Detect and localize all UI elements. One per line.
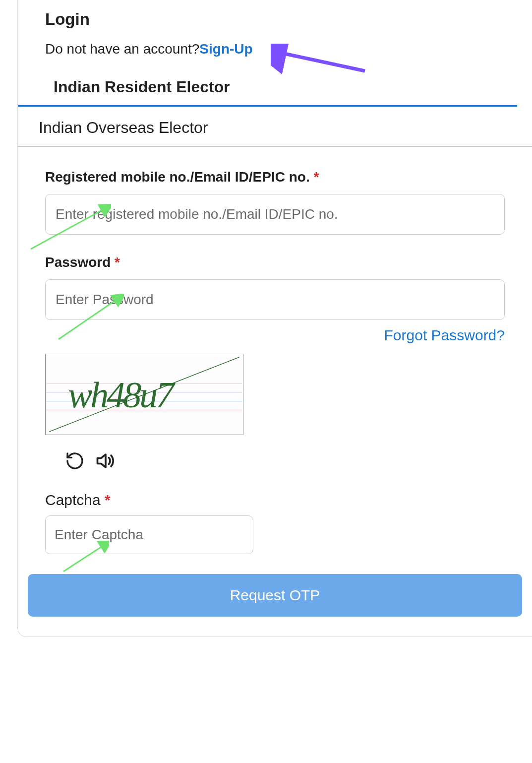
- identifier-label-text: Registered mobile no./Email ID/EPIC no.: [45, 169, 310, 185]
- password-label: Password *: [45, 254, 505, 270]
- identifier-label: Registered mobile no./Email ID/EPIC no. …: [45, 169, 505, 185]
- required-mark: *: [105, 492, 111, 508]
- password-group: Password * Forgot Password?: [45, 254, 505, 344]
- refresh-icon[interactable]: [65, 451, 85, 471]
- captcha-label-text: Captcha: [45, 492, 101, 508]
- captcha-image: wh48u7: [45, 354, 243, 435]
- password-input[interactable]: [45, 279, 505, 320]
- form-section: Registered mobile no./Email ID/EPIC no. …: [18, 147, 532, 554]
- identifier-input[interactable]: [45, 194, 505, 235]
- svg-marker-5: [98, 454, 106, 467]
- speaker-icon[interactable]: [95, 450, 117, 472]
- request-otp-button[interactable]: Request OTP: [28, 574, 522, 617]
- signup-link[interactable]: Sign-Up: [199, 41, 252, 57]
- captcha-group: Captcha *: [45, 492, 505, 554]
- signup-row: Do not have an account?Sign-Up: [18, 29, 532, 57]
- forgot-password-link[interactable]: Forgot Password?: [384, 327, 505, 343]
- captcha-controls: [45, 450, 505, 472]
- captcha-label: Captcha *: [45, 492, 505, 509]
- page-title: Login: [18, 0, 532, 29]
- captcha-value: wh48u7: [68, 374, 172, 416]
- captcha-input[interactable]: [45, 515, 253, 554]
- tab-resident-elector[interactable]: Indian Resident Elector: [18, 72, 517, 107]
- signup-prompt: Do not have an account?: [45, 41, 199, 57]
- tabs-container: Indian Resident Elector Indian Overseas …: [18, 72, 532, 147]
- required-mark: *: [115, 254, 120, 270]
- password-label-text: Password: [45, 254, 111, 270]
- forgot-row: Forgot Password?: [45, 327, 505, 344]
- required-mark: *: [313, 169, 319, 185]
- identifier-group: Registered mobile no./Email ID/EPIC no. …: [45, 169, 505, 235]
- tab-overseas-elector[interactable]: Indian Overseas Elector: [18, 110, 532, 147]
